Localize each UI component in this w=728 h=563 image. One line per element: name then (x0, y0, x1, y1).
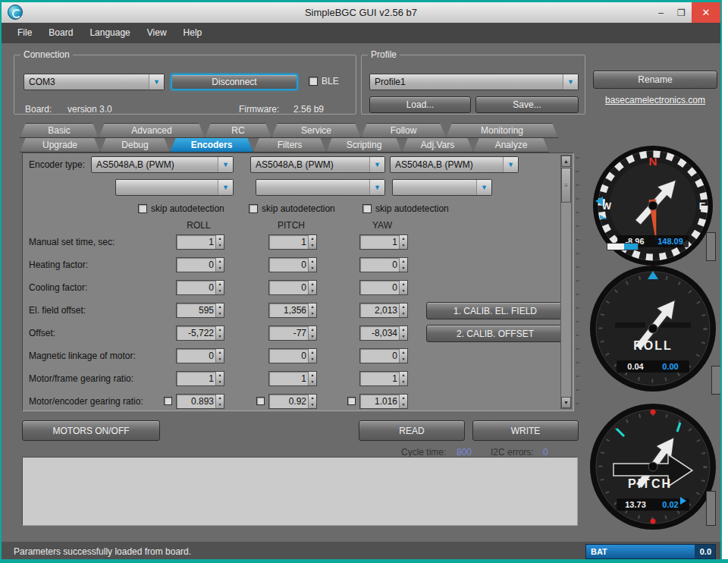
maximize-button[interactable]: ❐ (671, 2, 692, 23)
menu-file[interactable]: File (9, 23, 40, 43)
tab-rc[interactable]: RC (205, 123, 271, 138)
chevron-down-icon[interactable]: ▼ (563, 74, 578, 90)
spinner-arrows[interactable]: ▲▼ (399, 395, 407, 408)
spinner-arrows[interactable]: ▲▼ (399, 281, 407, 294)
heating-factor-roll-spinner[interactable]: 0▲▼ (176, 257, 224, 272)
rename-button[interactable]: Rename (593, 71, 717, 89)
spinner-arrows[interactable]: ▲▼ (308, 258, 316, 272)
encoder-type-pitch-select[interactable]: AS5048A,B (PWM) ▼ (250, 156, 385, 173)
offset-roll-spinner[interactable]: -5,722▲▼ (176, 326, 224, 341)
spinner-arrows[interactable]: ▲▼ (215, 395, 224, 408)
cooling-factor-pitch-spinner[interactable]: 0▲▼ (268, 280, 317, 295)
chevron-down-icon[interactable]: ▼ (218, 180, 233, 195)
chevron-down-icon[interactable]: ▼ (369, 157, 384, 172)
menu-view[interactable]: View (139, 23, 175, 43)
motor-encoder-ratio-roll-spinner[interactable]: 0.893▲▼ (176, 394, 224, 409)
encoder-sub-pitch-select[interactable]: ▼ (256, 179, 385, 196)
spinner-arrows[interactable]: ▲▼ (399, 258, 407, 272)
offset-pitch-spinner[interactable]: -77▲▼ (268, 326, 317, 341)
chevron-down-icon[interactable]: ▼ (503, 157, 518, 172)
motor-encoder-ratio-yaw-checkbox[interactable] (347, 397, 356, 405)
tab-analyze[interactable]: Analyze (473, 137, 549, 153)
spinner-arrows[interactable]: ▲▼ (308, 372, 316, 385)
chevron-down-icon[interactable]: ▼ (476, 180, 491, 195)
menu-board[interactable]: Board (40, 23, 81, 43)
menu-help[interactable]: Help (175, 23, 211, 43)
spinner-arrows[interactable]: ▲▼ (399, 235, 407, 249)
motor-encoder-ratio-pitch-checkbox[interactable] (256, 397, 265, 405)
heating-factor-pitch-spinner[interactable]: 0▲▼ (268, 257, 317, 272)
motor-encoder-ratio-pitch-spinner[interactable]: 0.92▲▼ (268, 394, 317, 409)
tab-service[interactable]: Service (271, 123, 361, 138)
chevron-down-icon[interactable]: ▼ (369, 180, 384, 195)
spinner-arrows[interactable]: ▲▼ (399, 304, 407, 317)
scrollbar-thumb[interactable]: ≡ (561, 168, 571, 203)
el-field-offset-pitch-spinner[interactable]: 1,356▲▼ (268, 303, 317, 318)
chevron-down-icon[interactable]: ▼ (218, 157, 233, 172)
chevron-down-icon[interactable]: ▼ (149, 74, 164, 90)
profile-select[interactable]: Profile1 ▼ (369, 74, 579, 90)
close-button[interactable]: ✕ (692, 2, 720, 23)
tab-filters[interactable]: Filters (253, 137, 326, 153)
heating-factor-yaw-spinner[interactable]: 0▲▼ (359, 257, 408, 272)
motors-on-off-button[interactable]: MOTORS ON/OFF (22, 420, 160, 441)
spinner-arrows[interactable]: ▲▼ (215, 372, 224, 385)
manual-set-time-roll-spinner[interactable]: 1▲▼ (176, 234, 224, 250)
spinner-arrows[interactable]: ▲▼ (399, 349, 407, 363)
write-button[interactable]: WRITE (472, 420, 579, 441)
cooling-factor-roll-spinner[interactable]: 0▲▼ (176, 280, 224, 295)
spinner-arrows[interactable]: ▲▼ (215, 258, 224, 272)
encoder-sub-roll-select[interactable]: ▼ (115, 179, 234, 196)
ble-checkbox[interactable]: BLE (309, 76, 339, 86)
menu-language[interactable]: Language (81, 23, 138, 43)
spinner-arrows[interactable]: ▲▼ (215, 326, 224, 340)
tab-follow[interactable]: Follow (361, 123, 446, 138)
tab-debug[interactable]: Debug (100, 137, 170, 153)
spinner-arrows[interactable]: ▲▼ (399, 372, 407, 385)
spinner-arrows[interactable]: ▲▼ (308, 304, 316, 317)
encoder-sub-yaw-select[interactable]: ▼ (392, 179, 492, 196)
spinner-arrows[interactable]: ▲▼ (308, 349, 316, 363)
disconnect-button[interactable]: Disconnect (171, 74, 298, 90)
tab-adjvars[interactable]: Adj.Vars (402, 137, 473, 153)
magnetic-linkage-pitch-spinner[interactable]: 0▲▼ (268, 348, 317, 363)
load-button[interactable]: Load... (369, 96, 471, 113)
magnetic-linkage-yaw-spinner[interactable]: 0▲▼ (359, 348, 408, 363)
motor-frame-ratio-yaw-spinner[interactable]: 1▲▼ (359, 371, 408, 386)
skip-autodetect-roll-checkbox[interactable]: skip autodetection (138, 203, 224, 214)
spinner-arrows[interactable]: ▲▼ (308, 326, 316, 340)
tab-basic[interactable]: Basic (20, 123, 99, 138)
spinner-arrows[interactable]: ▲▼ (215, 235, 224, 249)
spinner-arrows[interactable]: ▲▼ (215, 281, 224, 294)
read-button[interactable]: READ (359, 420, 465, 441)
spinner-arrows[interactable]: ▲▼ (308, 281, 316, 294)
scroll-up-button[interactable]: ▲ (561, 156, 571, 167)
cooling-factor-yaw-spinner[interactable]: 0▲▼ (359, 280, 408, 295)
title-bar[interactable]: SimpleBGC GUI v2.56 b7 – ❐ ✕ (2, 2, 720, 23)
spinner-arrows[interactable]: ▲▼ (215, 349, 224, 363)
encoder-type-yaw-select[interactable]: AS5048A,B (PWM) ▼ (390, 156, 519, 173)
spinner-arrows[interactable]: ▲▼ (215, 304, 224, 317)
manual-set-time-yaw-spinner[interactable]: 1▲▼ (359, 234, 408, 250)
manual-set-time-pitch-spinner[interactable]: 1▲▼ (268, 234, 317, 250)
motor-encoder-ratio-roll-checkbox[interactable] (164, 397, 172, 405)
tab-monitoring[interactable]: Monitoring (446, 123, 558, 138)
minimize-button[interactable]: – (651, 2, 671, 23)
tab-upgrade[interactable]: Upgrade (20, 137, 100, 153)
skip-autodetect-yaw-checkbox[interactable]: skip autodetection (362, 203, 449, 214)
calib-el-field-button[interactable]: 1. CALIB. EL. FIELD (426, 302, 564, 319)
calib-offset-button[interactable]: 2. CALIB. OFFSET (426, 325, 564, 342)
spinner-arrows[interactable]: ▲▼ (399, 326, 407, 340)
scrollbar-track[interactable] (561, 203, 571, 397)
magnetic-linkage-roll-spinner[interactable]: 0▲▼ (176, 348, 224, 363)
spinner-arrows[interactable]: ▲▼ (308, 395, 316, 408)
save-button[interactable]: Save... (475, 96, 579, 113)
encoder-type-roll-select[interactable]: AS5048A,B (PWM) ▼ (91, 156, 234, 173)
scroll-down-button[interactable]: ▼ (561, 397, 571, 408)
el-field-offset-roll-spinner[interactable]: 595▲▼ (176, 303, 224, 318)
motor-frame-ratio-pitch-spinner[interactable]: 1▲▼ (268, 371, 317, 386)
skip-autodetect-pitch-checkbox[interactable]: skip autodetection (249, 203, 335, 214)
tab-scripting[interactable]: Scripting (326, 137, 402, 153)
basecam-link[interactable]: basecamelectronics.com (593, 95, 717, 105)
el-field-offset-yaw-spinner[interactable]: 2,013▲▼ (359, 303, 408, 318)
